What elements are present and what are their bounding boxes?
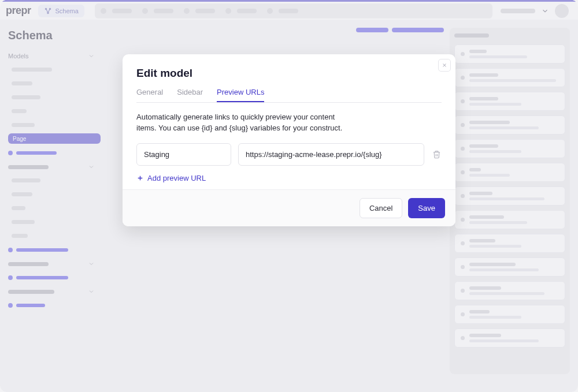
tab-sidebar[interactable]: Sidebar — [177, 88, 203, 102]
tab-preview-urls[interactable]: Preview URLs — [217, 88, 264, 102]
add-preview-url-button[interactable]: Add preview URL — [136, 174, 442, 182]
modal-description: Automatically generate links to quickly … — [136, 112, 356, 134]
preview-url-input[interactable] — [238, 143, 424, 166]
preview-name-input[interactable] — [136, 143, 231, 166]
modal-overlay: Edit model General Sidebar Preview URLs … — [0, 0, 578, 392]
trash-icon — [432, 150, 441, 159]
close-button[interactable] — [438, 59, 451, 72]
modal-tabs: General Sidebar Preview URLs — [136, 88, 442, 103]
tab-general[interactable]: General — [136, 88, 163, 102]
save-button[interactable]: Save — [408, 198, 445, 218]
close-icon — [442, 62, 447, 68]
delete-row-button[interactable] — [431, 150, 442, 159]
edit-model-modal: Edit model General Sidebar Preview URLs … — [123, 54, 455, 226]
modal-title: Edit model — [136, 67, 442, 80]
preview-url-row — [136, 143, 442, 166]
cancel-button[interactable]: Cancel — [360, 198, 402, 218]
modal-footer: Cancel Save — [123, 189, 455, 226]
plus-icon — [136, 174, 144, 182]
add-preview-url-label: Add preview URL — [147, 174, 206, 182]
